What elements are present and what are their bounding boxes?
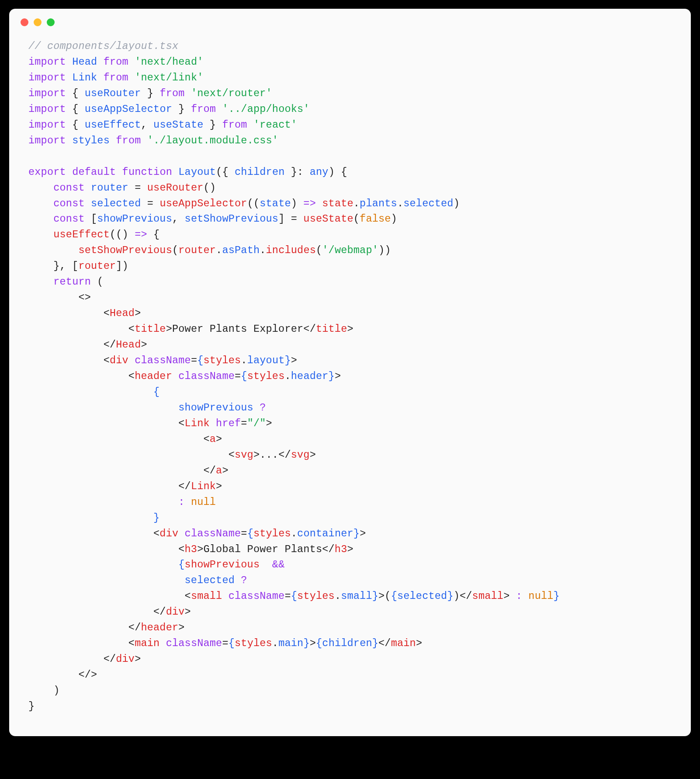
code-window: // components/layout.tsx import Head fro… — [9, 9, 691, 736]
maximize-icon[interactable] — [47, 18, 55, 26]
window-titlebar — [9, 9, 691, 31]
file-comment: // components/layout.tsx — [28, 40, 178, 52]
close-icon[interactable] — [21, 18, 28, 26]
minimize-icon[interactable] — [34, 18, 42, 26]
code-block: // components/layout.tsx import Head fro… — [9, 31, 691, 719]
